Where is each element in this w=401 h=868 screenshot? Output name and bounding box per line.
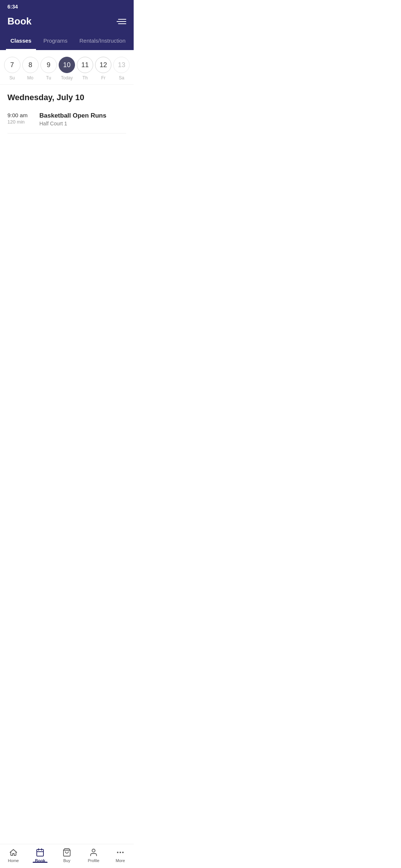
day-number-9: 9: [40, 57, 57, 73]
calendar-strip: 7 Su 8 Mo 9 Tu 10 Today 11 Th 12 Fr 13 S…: [0, 50, 134, 85]
day-number-13: 13: [113, 57, 130, 73]
event-time: 9:00 am 120 min: [7, 112, 33, 125]
day-label-fr: Fr: [101, 75, 105, 80]
day-label-su: Su: [9, 75, 15, 80]
event-info: Basketball Open Runs Half Court 1: [39, 112, 106, 126]
day-item-fr[interactable]: 12 Fr: [95, 57, 111, 80]
status-time: 6:34: [7, 4, 18, 10]
day-item-today[interactable]: 10 Today: [59, 57, 75, 80]
page-title: Book: [7, 16, 32, 27]
day-item-mo[interactable]: 8 Mo: [22, 57, 39, 80]
day-number-12: 12: [95, 57, 111, 73]
filter-icon-bar2: [117, 21, 126, 22]
day-number-7: 7: [4, 57, 20, 73]
day-label-tu: Tu: [46, 75, 51, 80]
day-number-11: 11: [77, 57, 93, 73]
day-item-sa[interactable]: 13 Sa: [113, 57, 130, 80]
day-label-mo: Mo: [27, 75, 33, 80]
tab-bar: Classes Programs Rentals/Instruction: [0, 34, 134, 50]
event-title: Basketball Open Runs: [39, 112, 106, 119]
tab-programs[interactable]: Programs: [39, 34, 72, 50]
selected-date-heading: Wednesday, July 10: [0, 85, 134, 108]
filter-icon-bar1: [118, 19, 126, 20]
event-duration: 120 min: [7, 119, 33, 125]
filter-button[interactable]: [117, 19, 126, 24]
day-number-10: 10: [59, 57, 75, 73]
status-bar: 6:34: [0, 0, 134, 12]
day-label-today: Today: [61, 75, 73, 80]
filter-icon-bar3: [118, 23, 126, 24]
day-item-tu[interactable]: 9 Tu: [40, 57, 57, 80]
event-list: 9:00 am 120 min Basketball Open Runs Hal…: [0, 108, 134, 134]
day-number-8: 8: [22, 57, 39, 73]
day-item-th[interactable]: 11 Th: [77, 57, 93, 80]
tab-rentals[interactable]: Rentals/Instruction: [75, 34, 130, 50]
event-location: Half Court 1: [39, 121, 106, 126]
day-label-sa: Sa: [119, 75, 124, 80]
event-item[interactable]: 9:00 am 120 min Basketball Open Runs Hal…: [7, 108, 126, 134]
day-item-su[interactable]: 7 Su: [4, 57, 20, 80]
day-label-th: Th: [82, 75, 88, 80]
tab-classes[interactable]: Classes: [6, 34, 36, 50]
event-time-main: 9:00 am: [7, 112, 33, 118]
header: Book: [0, 12, 134, 34]
main-content: 7 Su 8 Mo 9 Tu 10 Today 11 Th 12 Fr 13 S…: [0, 50, 134, 163]
